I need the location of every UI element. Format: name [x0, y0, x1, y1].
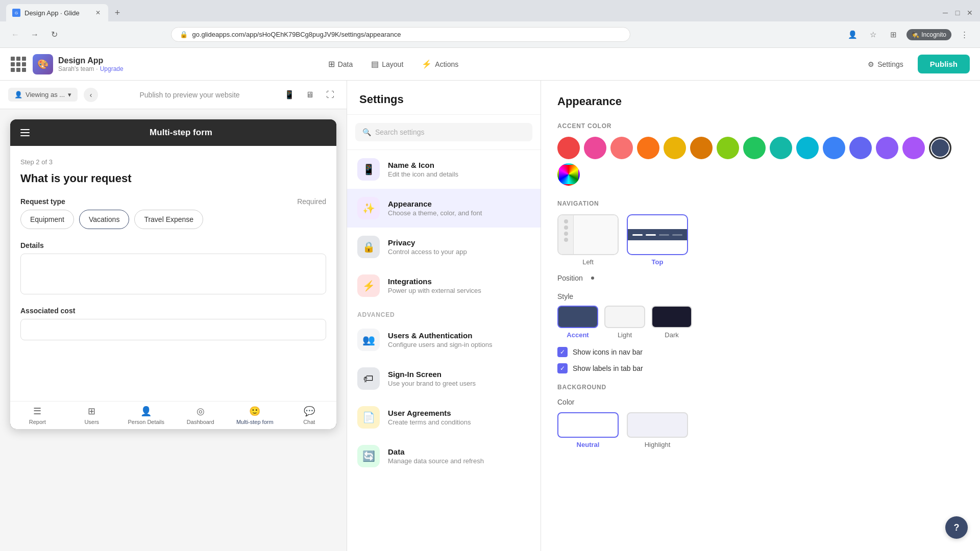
- color-navy[interactable]: [929, 137, 951, 159]
- style-accent-box[interactable]: [557, 306, 598, 328]
- settings-item-privacy[interactable]: 🔒 Privacy Control access to your app: [347, 228, 541, 266]
- active-tab[interactable]: G Design App · Glide ✕: [6, 4, 108, 21]
- color-cyan[interactable]: [796, 137, 819, 159]
- color-purple[interactable]: [902, 137, 925, 159]
- header-right: ⚙ Settings Publish: [860, 55, 970, 73]
- settings-button[interactable]: ⚙ Settings: [860, 56, 912, 72]
- nav-left-box[interactable]: [557, 214, 619, 255]
- style-dark-option[interactable]: Dark: [651, 306, 692, 339]
- signin-desc: Use your brand to greet users: [388, 380, 476, 387]
- color-blue[interactable]: [823, 137, 845, 159]
- desktop-view-icon[interactable]: 🖥: [302, 87, 318, 103]
- nav-left-option[interactable]: Left: [557, 214, 619, 266]
- privacy-title: Privacy: [388, 238, 467, 247]
- details-label: Details: [20, 241, 326, 249]
- show-labels-checkbox-row[interactable]: ✓ Show labels in tab bar: [557, 363, 964, 373]
- data-desc: Manage data source and refresh: [388, 457, 484, 465]
- bg-neutral-box[interactable]: [557, 412, 619, 438]
- app-title-block: Design App Sarah's team · Upgrade: [58, 56, 124, 72]
- viewing-as-selector[interactable]: 👤 Viewing as ... ▾: [8, 88, 78, 102]
- show-icons-checkbox[interactable]: ✓: [557, 347, 568, 357]
- choice-equipment[interactable]: Equipment: [20, 210, 74, 229]
- new-tab-button[interactable]: +: [110, 6, 125, 20]
- settings-item-integrations[interactable]: ⚡ Integrations Power up with external se…: [347, 266, 541, 305]
- nav-data-button[interactable]: ⊞ Data: [320, 55, 361, 73]
- preview-frame: Multi-step form Step 2 of 3 What is your…: [0, 109, 347, 551]
- preview-back-button[interactable]: ‹: [84, 88, 98, 102]
- choice-travel-expense[interactable]: Travel Expense: [134, 210, 203, 229]
- maximize-button[interactable]: □: [953, 9, 962, 17]
- settings-item-signin[interactable]: 🏷 Sign-In Screen Use your brand to greet…: [347, 359, 541, 398]
- bg-neutral-option[interactable]: Neutral: [557, 412, 619, 448]
- details-textarea[interactable]: [20, 254, 326, 294]
- nav-actions-button[interactable]: ⚡ Actions: [413, 55, 467, 73]
- color-red[interactable]: [557, 137, 580, 159]
- settings-search-input[interactable]: [375, 128, 525, 136]
- color-teal[interactable]: [770, 137, 792, 159]
- color-violet[interactable]: [876, 137, 898, 159]
- mobile-body: Step 2 of 3 What is your request Request…: [10, 146, 336, 401]
- forward-button[interactable]: →: [28, 28, 42, 42]
- cost-label: Associated cost: [20, 307, 326, 315]
- navigation-label: NAVIGATION: [557, 200, 964, 207]
- name-icon-icon: 📱: [357, 158, 380, 181]
- nav-layout-label: Layout: [382, 60, 403, 68]
- nav-item-multistep[interactable]: 🙂 Multi-step form: [228, 406, 282, 425]
- position-label: Position: [557, 274, 583, 282]
- style-accent-option[interactable]: Accent: [557, 306, 598, 339]
- nav-item-person-details[interactable]: 👤 Person Details: [119, 406, 174, 425]
- mobile-view-icon[interactable]: 📱: [281, 87, 298, 103]
- integrations-title: Integrations: [388, 277, 481, 286]
- publish-button[interactable]: Publish: [918, 55, 970, 73]
- color-yellow[interactable]: [664, 137, 686, 159]
- profile-icon[interactable]: 👤: [845, 28, 860, 42]
- style-light-option[interactable]: Light: [604, 306, 645, 339]
- nav-item-users[interactable]: ⊞ Users: [65, 406, 119, 425]
- star-icon[interactable]: ☆: [866, 28, 880, 42]
- style-dark-box[interactable]: [651, 306, 692, 328]
- nav-item-report[interactable]: ☰ Report: [10, 406, 65, 425]
- app-header: 🎨 Design App Sarah's team · Upgrade ⊞ Da…: [0, 48, 980, 81]
- color-multicolor[interactable]: [557, 163, 580, 186]
- show-icons-checkbox-row[interactable]: ✓ Show icons in nav bar: [557, 347, 964, 357]
- nav-top-box[interactable]: [627, 214, 688, 255]
- color-green[interactable]: [743, 137, 766, 159]
- choice-vacations[interactable]: Vacations: [79, 210, 129, 229]
- app-logo: 🎨: [33, 54, 53, 74]
- color-light-red[interactable]: [610, 137, 633, 159]
- color-lime[interactable]: [717, 137, 739, 159]
- color-indigo[interactable]: [849, 137, 872, 159]
- upgrade-link[interactable]: Upgrade: [100, 65, 124, 72]
- appearance-desc: Choose a theme, color, and font: [388, 209, 482, 217]
- settings-item-agreements[interactable]: 📄 User Agreements Create terms and condi…: [347, 398, 541, 437]
- url-bar[interactable]: 🔒 go.glideapps.com/app/sHoQEhK79BCg8pugJ…: [171, 27, 630, 42]
- nav-item-chat[interactable]: 💬 Chat: [282, 406, 337, 425]
- minimize-button[interactable]: ─: [941, 9, 949, 17]
- tab-close-button[interactable]: ✕: [94, 9, 102, 17]
- style-light-box[interactable]: [604, 306, 645, 328]
- help-button[interactable]: ?: [945, 516, 968, 539]
- color-orange[interactable]: [637, 137, 659, 159]
- apps-grid-icon[interactable]: [10, 56, 27, 72]
- cost-input[interactable]: [20, 319, 326, 340]
- bg-highlight-box[interactable]: [627, 412, 688, 438]
- nav-top-option[interactable]: Top: [627, 214, 688, 266]
- color-amber[interactable]: [690, 137, 713, 159]
- show-labels-checkbox[interactable]: ✓: [557, 363, 568, 373]
- settings-item-users-auth[interactable]: 👥 Users & Authentication Configure users…: [347, 320, 541, 359]
- nav-item-dashboard[interactable]: ◎ Dashboard: [174, 406, 228, 425]
- settings-item-appearance[interactable]: ✨ Appearance Choose a theme, color, and …: [347, 189, 541, 228]
- appearance-panel-title: Appearance: [557, 95, 964, 108]
- extension-icon[interactable]: ⊞: [886, 28, 900, 42]
- settings-item-data[interactable]: 🔄 Data Manage data source and refresh: [347, 437, 541, 475]
- fullscreen-icon[interactable]: ⛶: [322, 87, 338, 103]
- bg-highlight-option[interactable]: Highlight: [627, 412, 688, 448]
- refresh-button[interactable]: ↻: [47, 28, 61, 42]
- tab-favicon: G: [12, 9, 20, 17]
- close-button[interactable]: ✕: [966, 9, 974, 17]
- menu-button[interactable]: ⋮: [958, 28, 972, 42]
- settings-item-name-icon[interactable]: 📱 Name & Icon Edit the icon and details: [347, 150, 541, 189]
- back-button[interactable]: ←: [8, 28, 22, 42]
- color-pink[interactable]: [584, 137, 606, 159]
- nav-layout-button[interactable]: ▤ Layout: [363, 55, 411, 73]
